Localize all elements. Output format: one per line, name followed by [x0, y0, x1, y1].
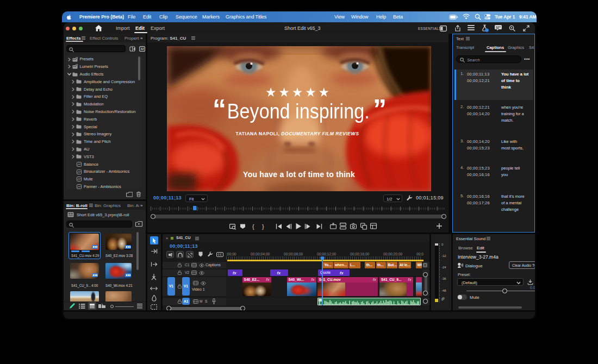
- svg-text:{: {: [252, 223, 254, 230]
- svg-text:}: }: [262, 223, 264, 230]
- svg-text:32: 32: [140, 47, 144, 51]
